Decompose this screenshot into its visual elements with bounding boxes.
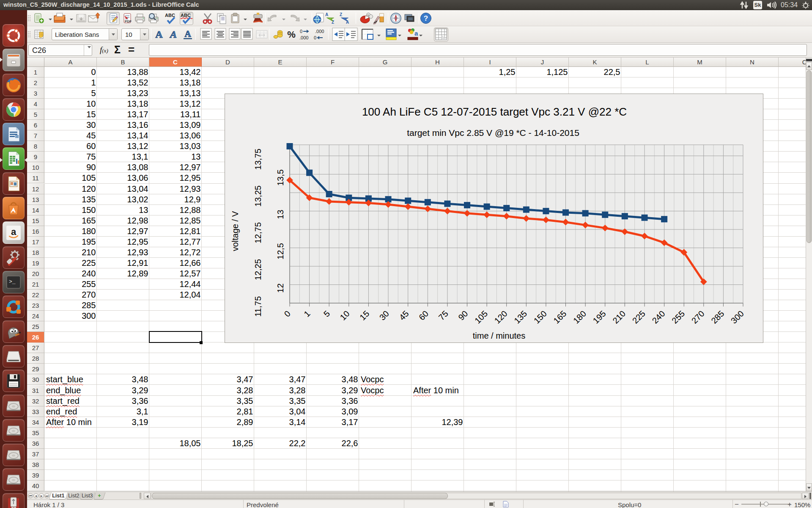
svg-text:PDF: PDF bbox=[125, 19, 132, 23]
svg-text:0: 0 bbox=[314, 35, 316, 40]
svg-text:%: % bbox=[367, 14, 370, 17]
svg-text:target min Vpc 2.85 V @19 *C -: target min Vpc 2.85 V @19 *C - 14-10-201… bbox=[407, 128, 579, 138]
svg-text:.000: .000 bbox=[299, 35, 308, 40]
svg-text:.000: .000 bbox=[315, 29, 324, 34]
svg-text:12: 12 bbox=[276, 283, 285, 293]
svg-text:12,25: 12,25 bbox=[253, 259, 263, 280]
svg-text:a: a bbox=[414, 30, 418, 37]
svg-text:?: ? bbox=[424, 14, 428, 22]
svg-text:ABC: ABC bbox=[181, 13, 191, 18]
svg-text:%: % bbox=[287, 29, 296, 40]
svg-text:13,5: 13,5 bbox=[276, 169, 285, 186]
svg-text:100 Ah LiFe C5 12-07-2015 targ: 100 Ah LiFe C5 12-07-2015 target Vpc 3.2… bbox=[362, 105, 627, 118]
svg-text:11,75: 11,75 bbox=[253, 296, 263, 317]
svg-text:13,25: 13,25 bbox=[253, 185, 263, 207]
svg-text:>_: >_ bbox=[9, 279, 16, 285]
svg-text:voltage / V: voltage / V bbox=[230, 211, 240, 251]
svg-text:12,5: 12,5 bbox=[276, 243, 285, 260]
svg-text:ABC: ABC bbox=[165, 13, 175, 18]
svg-text:A: A bbox=[169, 29, 177, 40]
svg-text:time / minutes: time / minutes bbox=[473, 331, 525, 340]
svg-text:13,75: 13,75 bbox=[253, 149, 263, 170]
svg-text:12,75: 12,75 bbox=[253, 222, 263, 243]
svg-text:0: 0 bbox=[300, 29, 302, 34]
svg-text:Z: Z bbox=[340, 12, 342, 17]
svg-text:13: 13 bbox=[276, 210, 285, 219]
svg-text:A: A bbox=[325, 12, 328, 17]
svg-text:a: a bbox=[11, 226, 16, 237]
svg-text:A: A bbox=[155, 29, 163, 40]
svg-text:A: A bbox=[184, 29, 191, 39]
